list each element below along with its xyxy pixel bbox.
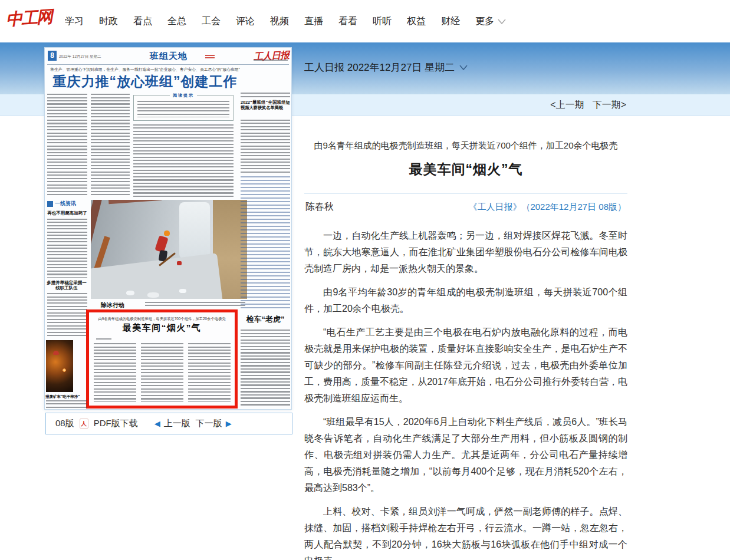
paper-section-title: 班组天地 [133,51,204,62]
photo-deck [91,253,223,299]
paper-photo-ice-removal [91,200,247,299]
paper-news1-headline: 再也不用爬高加药了 [45,210,89,216]
prev-page-link[interactable]: ◀ 上一版 [154,418,190,429]
prev-page-label: 上一版 [164,418,190,429]
chevron-down-icon [498,19,506,24]
nav-item[interactable]: 视频 [270,15,289,28]
paper-text-column [47,94,87,197]
paper-text-column [137,101,229,117]
next-page-label: 下一版 [196,418,222,429]
boxed-article-kicker: 由9名青年组成的电极壳制造班组，每天拼装近700个组件，加工20余个电极壳 [93,317,231,322]
article-author: 陈春秋 [305,201,334,213]
article-title: 最美车间“烟火”气 [304,160,627,179]
issue-date-label: 工人日报 2022年12月27日 星期二 [304,61,455,74]
pdf-icon: 人 [80,419,88,429]
paper-news2-headline: 多措并举稳定采掘一线职工队伍 [46,280,87,291]
paper-text-column [241,330,290,406]
page-toolbar: 08版 人 PDF版下载 ◀ 上一版 下一版 ▶ [45,413,292,434]
article-byline: 陈春秋 《工人日报》（2022年12月27日 08版） [304,194,627,213]
paper-text-column [47,293,87,338]
boxed-article-title: 最美车间“烟火”气 [89,322,235,334]
nav-menu: 学习 时政 看点 全总 工会 评论 视频 直播 看看 听听 权益 财经 更多 [65,0,506,42]
issue-date-selector[interactable]: 工人日报 2022年12月27日 星期二 [304,61,468,74]
issue-pager: <上一期 下一期> [550,99,626,111]
paper-award-list-column [241,176,290,309]
pdf-download-link[interactable]: PDF版下载 [94,418,138,429]
paper-photo1-caption: 除冰行动 [101,301,124,309]
nav-item[interactable]: 全总 [167,15,186,28]
prev-arrow-icon: ◀ [154,419,160,428]
photo-ice-column [179,202,210,259]
photo-ice-chunk [147,292,159,298]
article-source-link[interactable]: 《工人日报》（2022年12月27日 08版） [468,202,626,213]
page-root: 中工网 学习 时政 看点 全总 工会 评论 视频 直播 看看 听听 权益 财经 … [0,0,730,560]
photo-worker-helmet [53,351,59,355]
nav-item[interactable]: 学习 [65,15,84,28]
article-paragraph: “电石生产工艺主要是由三个电极在电石炉内放电融化原料的过程，而电极壳就是用来保护… [304,324,627,407]
article-body: 一边，自动化生产线上机器轰鸣；另一边，组对焊接区焊花飞溅。冬至时节，皖东大地寒意… [304,228,627,560]
photo-ice-chunk [126,291,134,295]
nav-item[interactable]: 看点 [133,15,152,28]
newspaper-page-preview[interactable]: 8 2022年 12月27日 星期二 班组天地 工人日报 将生产、管理重心下沉到… [44,47,292,410]
paper-photo2-caption: 报废矿车“吃干榨净” [45,394,89,400]
chevron-down-icon [459,65,468,70]
photo-structure [108,200,162,204]
paper-main-headline: 重庆力推“放心班组”创建工作 [45,73,245,91]
nav-item[interactable]: 财经 [441,15,460,28]
paper-page-number: 8 [48,51,57,61]
paper-text-column [241,93,290,97]
paper-column-tag: 一线资讯 [47,200,76,207]
paper-header-rule [47,64,289,65]
nav-item[interactable]: 权益 [407,15,426,28]
paper-side-headline-top: 2022“最班组”全国班组短视频大赛获奖名单揭晓 [241,100,290,110]
column-tag-icon [47,201,53,207]
paper-text-column [47,219,87,278]
nav-more-label: 更多 [475,15,494,28]
article-paragraph: “班组最早有15人，2020年6月上自动化下料生产线后，减员6人。”班长马晓冬告… [304,414,627,496]
paper-masthead-subtext [254,60,288,62]
site-logo[interactable]: 中工网 [5,5,52,31]
next-page-link[interactable]: 下一版 ▶ [196,418,232,429]
boxed-article-author [96,338,111,341]
paper-photo1-caption-text [145,302,245,308]
paper-text-column [241,120,290,173]
article-paragraph: 上料、校对、卡紧，组员刘洋一气呵成，俨然一副老师傅的样子。点焊、抹缝、加固，搭档… [304,503,627,560]
nav-more[interactable]: 更多 [475,15,506,28]
paper-text-column [94,343,136,402]
column-tag-label: 一线资讯 [55,200,76,207]
paper-date: 2022年 12月27日 星期二 [59,54,101,60]
next-issue-link[interactable]: 下一期> [593,99,626,111]
nav-item[interactable]: 直播 [304,15,323,28]
top-nav: 中工网 学习 时政 看点 全总 工会 评论 视频 直播 看看 听听 权益 财经 … [0,0,730,42]
reading-tip-label: 阅读提示 [170,93,197,98]
article-paragraph: 由9名平均年龄30岁的青年组成的电极壳制造班组，每天拼装近700个组件，加工20… [304,284,627,317]
photo-tool [177,261,182,265]
paper-side-headline-bottom: 检车“老虎” [241,314,290,325]
nav-item[interactable]: 看看 [338,15,357,28]
article-kicker: 由9名青年组成的电极壳制造班组，每天拼装近700个组件，加工20余个电极壳 [304,140,627,151]
nav-item[interactable]: 工会 [202,15,221,28]
paper-text-column [46,400,87,408]
article-panel: 由9名青年组成的电极壳制造班组，每天拼装近700个组件，加工20余个电极壳 最美… [304,140,627,560]
nav-item[interactable]: 听听 [373,15,392,28]
article-paragraph: 一边，自动化生产线上机器轰鸣；另一边，组对焊接区焊花飞溅。冬至时节，皖东大地寒意… [304,228,627,277]
paper-text-column [188,343,231,402]
photo-spark [63,368,66,372]
nav-item[interactable]: 评论 [236,15,255,28]
paper-lead-note: 将生产、管理重心下沉到班组，在生产、服务一线打造出一批“企业放心、客户安心、员工… [50,67,241,73]
paper-text-column [91,94,130,197]
paper-text-column [141,343,183,402]
paper-section-edition-mark [205,55,215,58]
photo-ice-chunk [179,289,186,293]
nav-item[interactable]: 时政 [99,15,118,28]
paper-text-column [133,124,234,197]
next-arrow-icon: ▶ [226,419,232,428]
photo-worker-helmet [164,230,170,236]
paper-photo-mine-car [46,340,73,392]
paper-reading-tip-box: 阅读提示 [133,95,234,121]
highlighted-article-box[interactable]: 由9名青年组成的电极壳制造班组，每天拼装近700个组件，加工20余个电极壳 最美… [86,309,238,409]
toolbar-page-label: 08版 [55,418,74,429]
prev-issue-link[interactable]: <上一期 [550,99,584,111]
